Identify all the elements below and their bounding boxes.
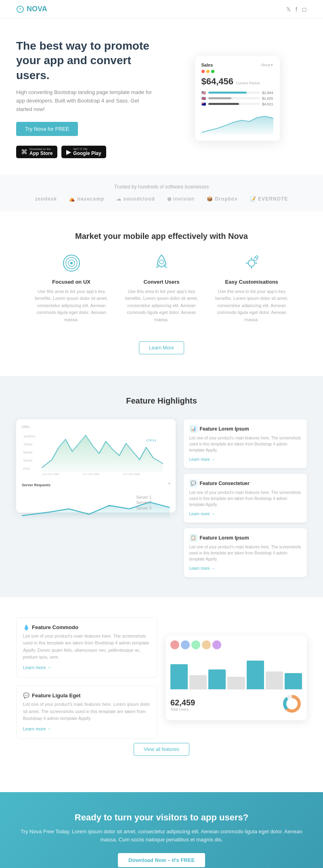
cta-section: Ready to turn your visitors to app users… [0, 792, 323, 868]
hero-section: The best way to promote your app and con… [0, 19, 323, 174]
feat2-link-2[interactable]: Learn more → [23, 726, 51, 731]
ux-text: Use this area to list your app's key ben… [32, 288, 110, 324]
hero-image: Sales About ▾ $64,456 Current Period 🇺🇸 … [168, 56, 307, 141]
feature3-link[interactable]: Learn more → [189, 566, 215, 571]
convert-text: Use this area to list your app's key ben… [122, 288, 200, 324]
svg-text:CPU: CPU [146, 439, 156, 442]
svg-point-6 [159, 260, 164, 264]
cta-download-button[interactable]: Download Now – it's FREE [118, 853, 205, 867]
feat2-icon-1: 💧 [23, 624, 29, 630]
svg-text:50%: 50% [23, 451, 33, 454]
feat2-card-1: 💧 Feature Commodo List one of your produ… [16, 617, 157, 678]
custom-text: Use this area to list your app's key ben… [213, 288, 291, 324]
hero-cta-button[interactable]: Try Nova for FREE [16, 122, 78, 136]
mockup-period: About ▾ [260, 63, 273, 67]
avatar-3 [191, 640, 200, 649]
instagram-icon[interactable]: ◻ [302, 6, 307, 13]
svg-point-9 [256, 256, 258, 258]
logo-basecamp: ⛺ basecamp [69, 196, 104, 202]
logo-invision: ◉ invision [167, 196, 195, 202]
view-all-button[interactable]: View all features [134, 743, 189, 756]
gear-icon [241, 253, 262, 273]
highlights-features: 📊 Feature Lorem Ipsum List one of your p… [184, 419, 307, 577]
avatar-1 [170, 640, 179, 649]
trust-label: Trusted by hundreds of software business… [16, 184, 307, 190]
hero-text: The best way to promote your app and con… [16, 39, 155, 158]
svg-point-5 [70, 262, 73, 264]
cta-title: Ready to turn your visitors to app users… [16, 812, 307, 823]
max-dot [211, 70, 214, 73]
avatar-4 [202, 640, 211, 649]
feature3-icon: 📋 [189, 534, 197, 542]
cpu-chart: 100% 75% 50% 25% 0% CPU 11:00 AM 11:30 A… [22, 431, 170, 476]
donut-chart [282, 694, 302, 715]
feature-convert: Convert Users Use this area to list your… [122, 253, 200, 324]
hl-feature-2: 💬 Feature Consectetuer List one of your … [184, 474, 307, 523]
bar-chart [170, 653, 302, 690]
trust-logos: zendesk ⛺ basecamp ☁ soundcloud ◉ invisi… [16, 196, 307, 202]
feature-ux: Focused on UX Use this area to list your… [32, 253, 110, 324]
mockup-amount: $64,456 Current Period [201, 76, 273, 87]
logo[interactable]: NOVA [16, 5, 47, 13]
svg-text:Server 3: Server 3 [136, 506, 151, 510]
svg-text:0%: 0% [23, 467, 30, 470]
features-grid: Focused on UX Use this area to list your… [16, 253, 307, 332]
store-badges: ⌘ Download on the App Store ▶ GET IT ON … [16, 146, 155, 158]
app-store-badge[interactable]: ⌘ Download on the App Store [16, 146, 57, 158]
avatar-5 [212, 640, 221, 649]
learn-more-button[interactable]: Learn More [139, 341, 184, 354]
logo-icon [16, 5, 24, 13]
target-icon [61, 253, 82, 273]
features-intro-section: Market your mobile app effectively with … [0, 211, 323, 376]
feat2-card-2: 💬 Feature Ligula Eget List one of your p… [16, 686, 157, 739]
logo-evernote: 📝 EVERNOTE [250, 196, 288, 202]
custom-title: Easy Customisations [213, 279, 291, 285]
ux-title: Focused on UX [32, 279, 110, 285]
window-controls [201, 70, 273, 73]
svg-text:100%: 100% [23, 435, 35, 438]
facebook-icon[interactable]: f [296, 6, 297, 13]
hl-feature-1: 📊 Feature Lorem Ipsum List one of your p… [184, 419, 307, 468]
min-dot [206, 70, 210, 73]
close-dot [201, 70, 205, 73]
feature1-link[interactable]: Learn more → [189, 457, 215, 462]
cpu-label: CPU [22, 425, 170, 429]
svg-text:11:00 AM: 11:00 AM [42, 473, 59, 475]
twitter-icon[interactable]: 𝕏 [286, 6, 291, 13]
feat2-link-1[interactable]: Learn more → [23, 665, 51, 670]
trust-section: Trusted by hundreds of software business… [0, 174, 323, 211]
svg-point-7 [248, 260, 255, 266]
rocket-icon [151, 253, 172, 273]
mockup-rows: 🇺🇸 $2,904 🇬🇧 $1,025 🇦🇺 $4,521 [201, 91, 273, 106]
svg-text:12:00 AM: 12:00 AM [123, 473, 140, 475]
logo-dropbox: 📦 Dropbox [207, 196, 238, 202]
svg-marker-15 [42, 435, 163, 472]
highlights-title: Feature Highlights [16, 396, 307, 406]
features2-left: 💧 Feature Commodo List one of your produ… [16, 617, 157, 739]
row-uk: 🇬🇧 $1,025 [201, 96, 273, 100]
row-us: 🇺🇸 $2,904 [201, 91, 273, 95]
highlights-mockup: CPU 100% 75% 50% 25% 0% [16, 419, 176, 512]
hl-feature-3: 📋 Feature Lorem Ipsum List one of your p… [184, 528, 307, 577]
row-au: 🇦🇺 $4,521 [201, 102, 273, 106]
svg-text:11:30 AM: 11:30 AM [82, 473, 99, 475]
google-play-badge[interactable]: ▶ GET IT ON Google Play [61, 146, 106, 158]
features-title: Market your mobile app effectively with … [16, 232, 307, 241]
svg-marker-1 [201, 116, 273, 134]
cta-text: Try Nova Free Today. Lorem ipsum dolor s… [16, 828, 307, 845]
big-number: 62,459 [170, 698, 195, 707]
badge2-sub: GET IT ON [73, 148, 101, 151]
convert-title: Convert Users [122, 279, 200, 285]
avatar-row [170, 640, 302, 649]
svg-text:Server 2: Server 2 [136, 500, 151, 505]
feature-custom: Easy Customisations Use this area to lis… [213, 253, 291, 324]
hero-subtext: High converting Bootstrap landing page t… [16, 88, 155, 113]
feature1-icon: 📊 [189, 425, 197, 433]
feature2-link[interactable]: Learn more → [189, 512, 215, 516]
svg-text:75%: 75% [23, 443, 33, 446]
avatar-2 [181, 640, 190, 649]
highlights-section: Feature Highlights CPU 100% 75% 50% 25% [0, 376, 323, 597]
features2-content: 💧 Feature Commodo List one of your produ… [16, 617, 307, 739]
svg-text:25%: 25% [23, 459, 33, 462]
server-requests-header: Server Requests ▾ [22, 479, 170, 489]
